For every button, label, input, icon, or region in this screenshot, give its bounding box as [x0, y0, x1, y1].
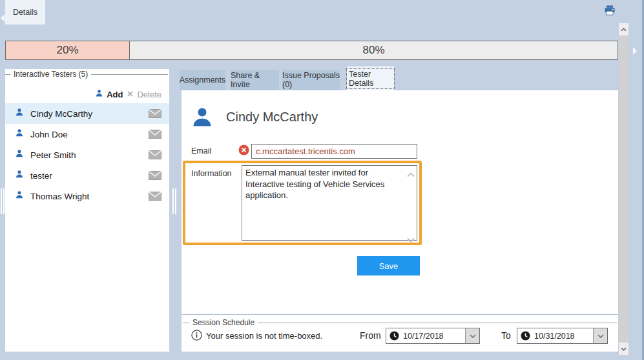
from-label: From: [360, 330, 381, 341]
tab-assignments[interactable]: Assignments: [180, 70, 225, 90]
progress-segment-incomplete: 20%: [6, 41, 130, 59]
tab-issue-proposals[interactable]: Issue Proposals (0): [282, 70, 340, 90]
interactive-testers-panel: Interactive Testers (5) Add Delete Cindy…: [5, 69, 169, 352]
tab-share-invite[interactable]: Share & Invite: [231, 70, 279, 90]
print-button[interactable]: [603, 5, 617, 19]
tester-row[interactable]: Peter Smith: [5, 145, 169, 165]
session-progress-bar: 20% 80%: [5, 41, 618, 60]
splitter-grip[interactable]: [172, 188, 176, 214]
tester-avatar-icon: [191, 106, 213, 132]
tester-row[interactable]: tester: [5, 165, 169, 186]
textarea-scroll-up-icon[interactable]: [407, 168, 415, 174]
progress-segment-label: 80%: [362, 44, 384, 57]
delete-x-icon: [127, 90, 134, 99]
tab-label: Tester Details: [347, 69, 394, 88]
tab-tester-details[interactable]: Tester Details: [347, 66, 394, 90]
info-icon: [191, 330, 202, 343]
interactive-testing-window: Details 20% 80%: [0, 0, 644, 360]
save-button[interactable]: Save: [357, 256, 420, 275]
email-field[interactable]: [251, 144, 417, 159]
details-tab-label: Details: [13, 8, 37, 17]
scroll-down-button[interactable]: [619, 343, 628, 355]
person-icon: [15, 149, 24, 161]
session-schedule-title: Session Schedule: [189, 318, 258, 327]
from-date-picker[interactable]: 10/17/2018: [386, 328, 480, 344]
tester-name: Cindy McCarthy: [30, 109, 149, 119]
tester-name: Peter Smith: [30, 150, 149, 160]
add-person-icon: [95, 89, 103, 99]
email-error-icon: [238, 145, 249, 158]
collapse-right-arrow-icon[interactable]: [632, 46, 638, 55]
session-schedule-message: Your session is not time-boxed.: [206, 331, 322, 341]
testers-panel-title: Interactive Testers (5): [10, 70, 91, 79]
tester-name: John Doe: [30, 130, 149, 139]
to-date-dropdown-button[interactable]: [593, 328, 607, 343]
delete-tester-button[interactable]: Delete: [127, 90, 161, 99]
tester-details-panel: Cindy McCarthy Email Information Externa…: [182, 90, 618, 352]
person-icon: [15, 128, 24, 140]
to-date-value: 10/31/2018: [534, 332, 593, 341]
progress-segment-label: 20%: [56, 44, 78, 57]
delete-button-label: Delete: [137, 90, 161, 99]
information-field[interactable]: External manual tester invited for Inter…: [242, 165, 417, 241]
add-tester-button[interactable]: Add: [95, 89, 123, 99]
envelope-icon[interactable]: [149, 171, 161, 180]
tester-name: tester: [30, 171, 149, 181]
person-icon: [15, 190, 24, 202]
clock-icon: [521, 331, 530, 341]
vertical-scrollbar[interactable]: [619, 23, 628, 355]
from-date-value: 10/17/2018: [403, 332, 465, 341]
tester-detail-name: Cindy McCarthy: [226, 110, 318, 125]
envelope-icon[interactable]: [149, 109, 161, 118]
clock-icon: [390, 331, 399, 341]
envelope-icon[interactable]: [149, 192, 161, 201]
add-button-label: Add: [107, 90, 123, 99]
splitter-grip[interactable]: [1, 188, 5, 214]
to-date-picker[interactable]: 10/31/2018: [517, 328, 608, 344]
tab-label: Issue Proposals (0): [282, 71, 340, 89]
details-tab[interactable]: Details: [5, 0, 45, 25]
envelope-icon[interactable]: [149, 130, 161, 139]
tester-name: Thomas Wright: [30, 192, 149, 201]
information-label: Information: [191, 169, 232, 178]
envelope-icon[interactable]: [149, 150, 161, 159]
testers-toolbar: Add Delete: [95, 87, 161, 101]
email-label: Email: [191, 146, 211, 155]
collapse-left-arrow-icon[interactable]: [0, 14, 5, 23]
person-icon: [15, 108, 24, 119]
to-label: To: [501, 330, 511, 341]
person-icon: [15, 170, 24, 181]
scroll-up-button[interactable]: [619, 23, 628, 35]
tab-label: Share & Invite: [231, 71, 279, 89]
tab-label: Assignments: [180, 75, 226, 85]
progress-segment-remaining: 80%: [130, 41, 618, 59]
tester-row[interactable]: Thomas Wright: [5, 186, 169, 206]
from-date-dropdown-button[interactable]: [465, 328, 479, 343]
printer-icon: [603, 4, 616, 19]
tester-row[interactable]: John Doe: [5, 124, 169, 145]
tester-row[interactable]: Cindy McCarthy: [5, 103, 169, 124]
section-divider: [182, 314, 618, 315]
textarea-scroll-down-icon[interactable]: [407, 234, 415, 239]
